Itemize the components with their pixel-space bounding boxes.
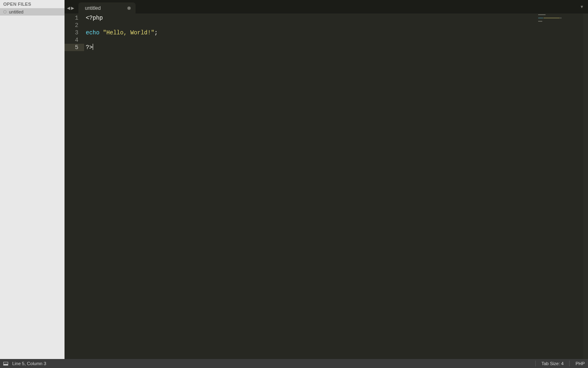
code-line[interactable] — [84, 36, 588, 44]
code-token: echo — [86, 29, 100, 36]
code-content[interactable]: <?phpecho "Hello, World!";?> — [84, 13, 588, 359]
code-token: ?> — [86, 44, 93, 51]
tab-nav: ◀ ▶ — [65, 6, 77, 13]
tab-untitled[interactable]: untitled — [78, 2, 136, 13]
vertical-scrollbar[interactable] — [583, 13, 588, 359]
status-separator — [535, 361, 536, 366]
code-line[interactable]: <?php — [84, 14, 588, 22]
open-files-header: OPEN FILES — [0, 0, 65, 8]
cursor-position[interactable]: Line 5, Column 3 — [12, 361, 46, 366]
sidebar: OPEN FILES untitled — [0, 0, 65, 359]
tab-bar: ◀ ▶ untitled ▼ — [65, 0, 588, 13]
gutter-line: 5 — [65, 44, 84, 51]
line-gutter: 12345 — [65, 13, 84, 359]
gutter-line: 1 — [65, 14, 84, 22]
gutter-line: 2 — [65, 22, 84, 29]
tab-menu-icon[interactable]: ▼ — [580, 4, 584, 9]
dirty-indicator-icon — [3, 10, 7, 13]
status-separator — [569, 361, 570, 366]
code-token — [100, 29, 103, 36]
gutter-line: 3 — [65, 29, 84, 36]
code-area[interactable]: 12345 <?phpecho "Hello, World!";?> — [65, 13, 588, 359]
code-line[interactable]: ?> — [84, 44, 588, 51]
sidebar-file-item[interactable]: untitled — [0, 8, 65, 16]
tab-next-icon[interactable]: ▶ — [71, 6, 74, 10]
caret — [93, 44, 93, 50]
tab-dirty-icon — [127, 7, 131, 10]
language-indicator[interactable]: PHP — [575, 361, 585, 366]
code-token: "Hello, World!" — [103, 29, 154, 36]
code-line[interactable] — [84, 22, 588, 29]
gutter-line: 4 — [65, 36, 84, 44]
code-token: <?php — [86, 15, 103, 21]
tab-size-indicator[interactable]: Tab Size: 4 — [541, 361, 564, 366]
status-bar: Line 5, Column 3 Tab Size: 4 PHP — [0, 359, 588, 368]
editor-area: ◀ ▶ untitled ▼ 12345 <?phpecho "Hello, W… — [65, 0, 588, 359]
code-token: ; — [154, 29, 158, 36]
panel-toggle-icon[interactable] — [3, 362, 8, 366]
tab-prev-icon[interactable]: ◀ — [67, 6, 70, 10]
code-line[interactable]: echo "Hello, World!"; — [84, 29, 588, 36]
sidebar-file-label: untitled — [9, 9, 23, 14]
tab-title: untitled — [85, 5, 101, 11]
